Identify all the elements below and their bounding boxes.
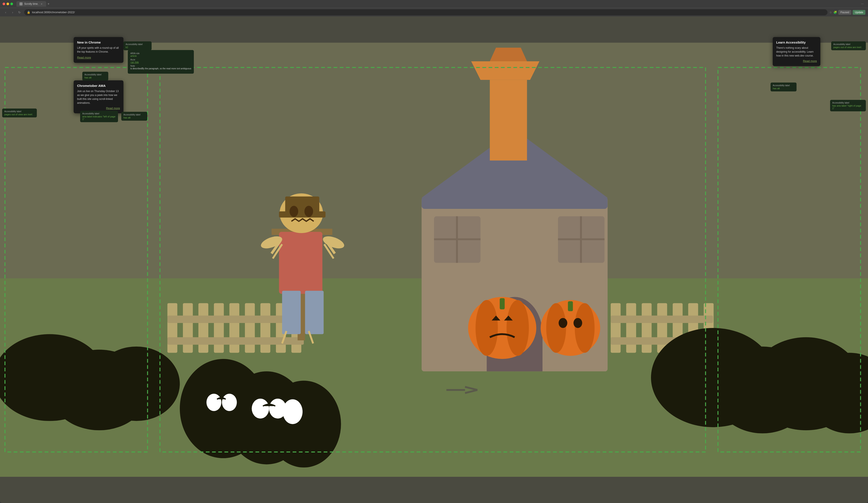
a11y-pages-out-right-label: Accessibility label xyxy=(833,43,864,45)
svg-rect-40 xyxy=(282,291,301,334)
svg-point-57 xyxy=(507,300,529,356)
learn-accessibility-body: There's nothing scary about designing fo… xyxy=(776,46,817,58)
a11y-aria-label-right-label: Accessibility label xyxy=(832,102,864,104)
aria-role-value: article xyxy=(131,54,191,57)
forward-button[interactable]: › xyxy=(10,9,16,16)
browser-tab[interactable]: Scrolly time. ✕ xyxy=(17,1,46,7)
a11y-tooltip-aria-label-left: Accessibility label aria-label indicates… xyxy=(80,111,118,122)
svg-rect-30 xyxy=(642,303,652,353)
a11y-tooltip-pages-out-left: Accessibility label pages out of view ar… xyxy=(2,109,37,117)
a11y-aria-label-left-value: aria-label indicates "left of page 1" xyxy=(82,115,116,121)
svg-rect-18 xyxy=(183,303,193,353)
a11y-has-alt-pumpkin-label: Accessibility label xyxy=(773,84,794,87)
svg-rect-66 xyxy=(568,301,573,311)
svg-rect-19 xyxy=(198,303,208,353)
learn-accessibility-read-more[interactable]: Read more xyxy=(803,59,817,63)
tab-title: Scrolly time. xyxy=(24,2,38,6)
svg-point-63 xyxy=(575,303,595,353)
svg-point-47 xyxy=(290,206,298,217)
close-button[interactable] xyxy=(3,3,5,5)
a11y-has-alt-bottom-label: Accessibility label xyxy=(123,113,145,116)
svg-point-69 xyxy=(93,347,180,421)
svg-point-56 xyxy=(476,300,498,356)
update-button[interactable]: Update xyxy=(852,10,865,15)
tab-favicon xyxy=(20,2,22,6)
new-in-chrome-title: New in Chrome xyxy=(77,41,120,44)
minimize-button[interactable] xyxy=(7,3,9,5)
browser-window: Scrolly time. ✕ + ⋯ ‹ › ↻ 🔒 localhost:30… xyxy=(0,0,868,503)
svg-point-48 xyxy=(304,206,313,217)
a11y-pages-out-left-value: pages out of view are inert xyxy=(4,113,35,116)
a11y-pages-out-right-value: pages out of view are inert xyxy=(833,46,864,49)
new-tab-button[interactable]: + xyxy=(46,2,51,6)
svg-point-75 xyxy=(252,399,269,419)
tab-close-button[interactable]: ✕ xyxy=(40,2,43,6)
address-bar[interactable]: 🔒 localhost:3000/chrometober-2022/ xyxy=(24,9,827,16)
maximize-button[interactable] xyxy=(10,3,13,5)
toolbar-actions: ☆ 🧩 Paused Update xyxy=(829,10,865,15)
a11y-label-k2-label: Accessibility label xyxy=(126,43,149,45)
a11y-has-alt-scarecrow-label: Accessibility label xyxy=(84,73,106,76)
aria-name-value: <a> link xyxy=(131,61,191,63)
aria-note-label: Note xyxy=(131,65,191,67)
learn-accessibility-title: Learn Accessibility xyxy=(776,41,817,44)
svg-rect-41 xyxy=(305,291,324,334)
new-in-chrome-body: Lift your spirits with a round-up of all… xyxy=(77,46,120,54)
svg-point-77 xyxy=(283,399,302,424)
svg-point-74 xyxy=(222,393,237,411)
chrometober-ama-title: Chrometober AMA xyxy=(77,84,120,88)
a11y-tooltip-pages-out-right: Accessibility label pages out of view ar… xyxy=(831,41,866,50)
browser-toolbar: ‹ › ↻ 🔒 localhost:3000/chrometober-2022/… xyxy=(0,8,868,17)
svg-rect-21 xyxy=(229,303,239,353)
aria-role-label: ARIA role xyxy=(131,52,191,54)
learn-accessibility-card: Learn Accessibility There's nothing scar… xyxy=(773,37,820,66)
aria-popup: ARIA role article Acce <a> link Note is … xyxy=(128,50,194,74)
svg-rect-31 xyxy=(657,303,667,353)
aria-name-label: Acce xyxy=(131,59,191,61)
chrometober-ama-card: Chrometober AMA Join us live on Thursday… xyxy=(74,80,123,113)
svg-marker-6 xyxy=(471,61,539,80)
chrometober-ama-read-more[interactable]: Read more xyxy=(106,106,120,110)
reload-button[interactable]: ↻ xyxy=(17,9,22,16)
a11y-has-alt-pumpkin-value: has alt xyxy=(773,87,794,90)
a11y-tooltip-has-alt-scarecrow: Accessibility label has alt xyxy=(82,72,108,81)
aria-name-row: Acce <a> link xyxy=(131,59,191,63)
svg-rect-46 xyxy=(279,212,326,218)
back-button[interactable]: ‹ xyxy=(3,9,9,16)
svg-point-65 xyxy=(574,318,582,328)
a11y-tooltip-has-alt-bottom: Accessibility label has alt xyxy=(121,112,147,121)
a11y-pages-out-left-label: Accessibility label xyxy=(4,110,35,113)
extensions-icon[interactable]: 🧩 xyxy=(833,11,837,14)
a11y-has-alt-scarecrow-value: has alt xyxy=(84,76,106,79)
a11y-tooltip-k2: Accessibility label k2 xyxy=(123,41,152,50)
aria-note-row: Note is describedBy the paragraph, so th… xyxy=(131,65,191,70)
svg-rect-28 xyxy=(611,303,621,353)
svg-point-73 xyxy=(206,393,221,411)
svg-rect-60 xyxy=(500,298,505,309)
browser-titlebar: Scrolly time. ✕ + ⋯ xyxy=(0,0,868,8)
svg-rect-5 xyxy=(490,80,527,161)
svg-rect-39 xyxy=(279,232,322,294)
svg-rect-23 xyxy=(260,303,270,353)
new-in-chrome-card: New in Chrome Lift your spirits with a r… xyxy=(74,37,123,63)
new-in-chrome-read-more[interactable]: Read more xyxy=(77,56,91,59)
bookmark-icon[interactable]: ☆ xyxy=(829,11,832,14)
svg-point-64 xyxy=(559,318,567,328)
svg-rect-22 xyxy=(245,303,255,353)
a11y-tooltip-has-alt-pumpkin: Accessibility label has alt xyxy=(771,83,797,91)
a11y-label-k2-value: k2 xyxy=(126,46,149,49)
svg-rect-4 xyxy=(422,196,608,209)
tab-bar: Scrolly time. ✕ + xyxy=(17,1,859,7)
nav-buttons: ‹ › ↻ xyxy=(3,9,22,16)
svg-marker-7 xyxy=(490,48,527,61)
browser-content: New in Chrome Lift your spirits with a r… xyxy=(0,17,868,503)
svg-rect-20 xyxy=(214,303,224,353)
svg-point-72 xyxy=(267,381,341,468)
paused-button[interactable]: Paused xyxy=(838,10,851,15)
svg-rect-29 xyxy=(626,303,636,353)
window-controls: ⋯ xyxy=(861,2,865,6)
a11y-aria-label-right-value: has aria label "right of page 1" xyxy=(832,104,864,110)
a11y-aria-label-left-label: Accessibility label xyxy=(82,112,116,115)
a11y-tooltip-aria-label-right: Accessibility label has aria label "righ… xyxy=(830,100,866,111)
a11y-has-alt-bottom-value: has alt xyxy=(123,116,145,119)
